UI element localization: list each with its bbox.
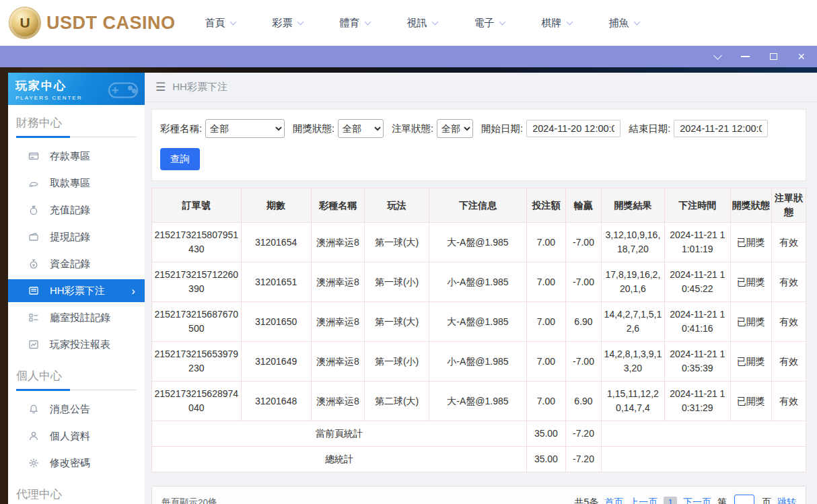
maximize-button[interactable] — [770, 53, 777, 60]
breadcrumb: ☰ HH彩票下注 — [145, 73, 817, 102]
sidebar-item-withdraw-area[interactable]: 取款專區› — [8, 170, 145, 196]
nav-label: 視訊 — [407, 17, 427, 30]
current-page-badge[interactable]: 1 — [664, 497, 677, 504]
menu-icon[interactable]: ☰ — [155, 80, 166, 94]
coinbag-icon — [28, 258, 39, 269]
draw-status-label: 開獎狀態: — [293, 122, 334, 135]
table-row: 215217321571226039031201651澳洲幸运8第一球(小)小-… — [152, 262, 806, 302]
chevron-down-icon — [499, 19, 505, 26]
first-page-link[interactable]: 首页 — [604, 497, 623, 504]
column-header: 下注時間 — [664, 188, 730, 223]
jump-page-input[interactable] — [734, 495, 754, 504]
column-header: 彩種名稱 — [311, 188, 365, 223]
column-header: 期數 — [241, 188, 311, 223]
lottery-name-select[interactable]: 全部 — [205, 119, 285, 138]
table-cell: 17,8,19,16,2,20,1,6 — [602, 262, 665, 302]
column-header: 輸贏 — [565, 188, 601, 223]
table-cell: 有效 — [771, 302, 806, 342]
sidebar-item-label: 個人資料 — [50, 430, 90, 443]
sidebar-item-label: 消息公告 — [50, 403, 90, 416]
nav-label: 體育 — [340, 17, 360, 30]
sidebar-item-label: 存款專區 — [50, 150, 90, 163]
page-title: HH彩票下注 — [172, 81, 227, 94]
table-cell: 2152173215687670500 — [152, 302, 242, 342]
nav-label: 首頁 — [205, 17, 225, 30]
sidebar-item-change-password[interactable]: 修改密碼› — [8, 449, 145, 476]
column-header: 開獎狀態 — [730, 188, 771, 223]
moneybag-icon — [28, 205, 39, 215]
table-cell: 2024-11-21 10:35:39 — [664, 342, 730, 382]
sidebar-item-label: 廳室投註記錄 — [50, 312, 110, 324]
sidebar-item-player-bet-report[interactable]: 玩家投注報表› — [8, 331, 145, 358]
prev-page-link[interactable]: 上一页 — [629, 497, 658, 504]
table-cell: 2024-11-21 10:45:22 — [664, 262, 730, 302]
nav-item-video[interactable]: 視訊 — [407, 17, 437, 30]
pagination-bar: 每頁顯示20條 共5条 首页 上一页 1 下一页 第 页 跳转 — [151, 486, 806, 504]
jump-button[interactable]: 跳转 — [777, 497, 796, 504]
summary-bet-total: 35.00 — [526, 421, 565, 447]
summary-win-loss: -7.20 — [565, 447, 601, 472]
sidebar-item-notice[interactable]: 消息公告› — [8, 396, 145, 423]
minimize-button[interactable] — [741, 56, 750, 57]
content: 彩種名稱: 全部 開獎狀態: 全部 注單狀態: 全部 開始日期: — [145, 102, 817, 504]
list-icon — [28, 285, 39, 296]
table-cell: 有效 — [771, 223, 806, 262]
chevron-right-icon: › — [131, 285, 135, 297]
sidebar-item-funds-record[interactable]: 資金記錄› — [8, 250, 145, 277]
next-page-link[interactable]: 下一页 — [683, 497, 711, 504]
summary-bet-total: 35.00 — [526, 447, 565, 472]
order-status-select[interactable]: 全部 — [437, 119, 473, 138]
table-cell: 14,4,2,7,1,5,12,6 — [602, 302, 665, 342]
table-row: 215217321565397923031201649澳洲幸运8第一球(小)小-… — [152, 342, 806, 382]
nav-item-chess[interactable]: 棋牌 — [542, 17, 572, 30]
search-button[interactable]: 查詢 — [160, 148, 200, 170]
nav-item-fishing[interactable]: 捕魚 — [609, 17, 639, 30]
wallet-icon — [28, 231, 39, 242]
start-date-input[interactable] — [526, 120, 620, 137]
column-header: 投注額 — [526, 188, 565, 223]
draw-status-select[interactable]: 全部 — [338, 119, 384, 138]
summary-row: 當前頁統計35.00-7.20 — [152, 421, 806, 447]
total-count: 共5条 — [574, 497, 598, 504]
nav-label: 捕魚 — [609, 17, 629, 30]
table-cell: 2152173215653979230 — [152, 342, 242, 382]
table-cell: 澳洲幸运8 — [311, 382, 365, 421]
chevron-down-icon — [431, 19, 438, 26]
sidebar-item-recharge-record[interactable]: 充值記錄› — [8, 196, 145, 223]
table-cell: 3,12,10,9,16,18,7,20 — [602, 223, 665, 262]
table-cell: 31201654 — [241, 223, 311, 262]
jump-prefix-label: 第 — [717, 497, 727, 504]
table-cell: -7.00 — [565, 342, 601, 382]
sidebar-item-withdrawal-record[interactable]: 提現記錄› — [8, 223, 145, 250]
end-date-input[interactable] — [674, 120, 768, 137]
filter-panel: 彩種名稱: 全部 開獎狀態: 全部 注單狀態: 全部 開始日期: — [151, 109, 806, 181]
table-cell: 2152173215712260390 — [152, 262, 242, 302]
site-header: U USDT CASINO 首頁彩票體育視訊電子棋牌捕魚 — [0, 0, 817, 46]
sidebar-item-profile[interactable]: 個人資料› — [8, 423, 145, 449]
card-icon — [28, 151, 39, 161]
table-cell: 2152173215807951430 — [152, 223, 242, 262]
main-area: ☰ HH彩票下注 彩種名稱: 全部 開獎狀態: 全部 注單狀態: — [145, 73, 817, 504]
close-button[interactable]: × — [797, 50, 805, 63]
table-cell: 6.90 — [565, 302, 601, 342]
sidebar-item-label: HH彩票下注 — [50, 285, 105, 297]
nav-item-home[interactable]: 首頁 — [205, 17, 236, 30]
table-cell: 2024-11-21 10:41:16 — [664, 302, 730, 342]
section-divider — [16, 137, 137, 137]
nav-item-sports[interactable]: 體育 — [340, 17, 370, 30]
table-cell: 澳洲幸运8 — [311, 302, 365, 342]
nav-label: 棋牌 — [542, 17, 562, 30]
nav-item-electronic[interactable]: 電子 — [474, 17, 505, 30]
table-row: 215217321580795143031201654澳洲幸运8第一球(大)大-… — [152, 223, 806, 262]
sidebar-item-hall-bet-record[interactable]: 廳室投註記錄› — [8, 304, 145, 331]
nav-item-lottery[interactable]: 彩票 — [273, 17, 303, 30]
logo[interactable]: U USDT CASINO — [9, 7, 176, 38]
chevron-down-icon — [364, 19, 371, 26]
table-cell: 第一球(小) — [365, 342, 429, 382]
chevron-down-icon — [633, 19, 640, 26]
sidebar-item-hh-lottery-bet[interactable]: HH彩票下注› — [8, 279, 145, 302]
sidebar-item-deposit-area[interactable]: 存款專區› — [8, 143, 145, 170]
window-dropdown-icon[interactable] — [714, 51, 723, 60]
table-cell: 澳洲幸运8 — [311, 262, 365, 302]
table-cell: 2024-11-21 11:01:19 — [664, 223, 730, 262]
